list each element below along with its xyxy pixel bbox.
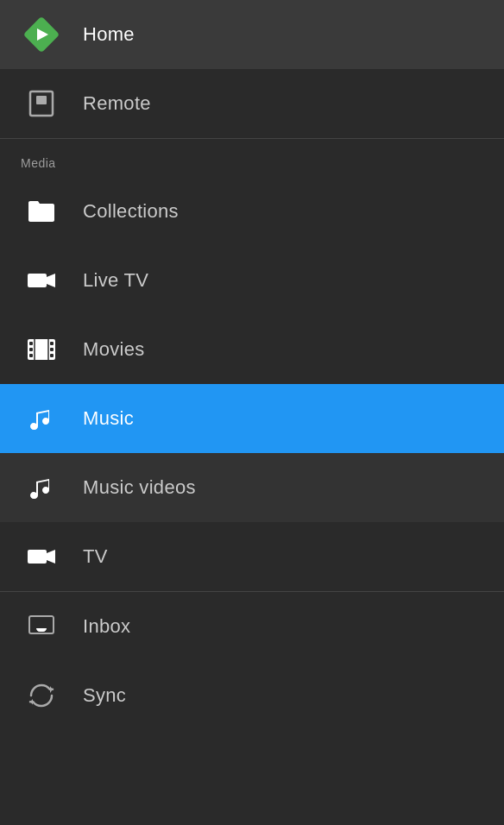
nav-item-collections-label: Collections <box>83 200 179 223</box>
svg-rect-8 <box>29 342 33 345</box>
svg-rect-9 <box>29 348 33 351</box>
music-video-icon <box>21 467 62 508</box>
svg-rect-10 <box>29 354 33 357</box>
music-icon <box>21 398 62 439</box>
nav-item-home-label: Home <box>83 23 135 46</box>
nav-item-sync-label: Sync <box>83 684 126 707</box>
svg-rect-12 <box>50 348 54 351</box>
nav-item-live-tv[interactable]: Live TV <box>0 246 504 315</box>
nav-item-inbox[interactable]: Inbox <box>0 592 504 661</box>
nav-item-music-videos-label: Music videos <box>83 476 196 499</box>
svg-rect-11 <box>50 342 54 345</box>
svg-marker-5 <box>47 274 55 287</box>
svg-marker-17 <box>47 550 55 564</box>
section-media-label: Media <box>0 139 504 177</box>
folder-icon <box>21 191 62 232</box>
home-icon <box>21 14 62 55</box>
svg-rect-13 <box>50 354 54 357</box>
sync-icon <box>21 675 62 716</box>
video-camera-icon <box>21 260 62 301</box>
svg-rect-4 <box>28 274 47 287</box>
svg-rect-3 <box>36 96 47 104</box>
nav-item-music-videos[interactable]: Music videos <box>0 453 504 522</box>
remote-icon <box>21 83 62 124</box>
svg-marker-18 <box>50 686 53 693</box>
nav-item-remote[interactable]: Remote <box>0 69 504 138</box>
inbox-icon <box>21 606 62 647</box>
nav-item-tv-label: TV <box>83 545 108 568</box>
nav-item-music[interactable]: Music <box>0 384 504 453</box>
nav-item-tv[interactable]: TV <box>0 522 504 591</box>
nav-item-music-label: Music <box>83 407 134 430</box>
nav-item-remote-label: Remote <box>83 92 151 115</box>
nav-item-home[interactable]: Home <box>0 0 504 69</box>
nav-item-movies[interactable]: Movies <box>0 315 504 384</box>
film-icon <box>21 329 62 370</box>
nav-item-movies-label: Movies <box>83 338 145 361</box>
nav-item-inbox-label: Inbox <box>83 615 130 638</box>
nav-item-live-tv-label: Live TV <box>83 269 148 292</box>
svg-marker-19 <box>30 699 33 704</box>
nav-item-sync[interactable]: Sync <box>0 661 504 730</box>
svg-rect-16 <box>28 550 47 564</box>
tv-icon <box>21 536 62 577</box>
nav-item-collections[interactable]: Collections <box>0 177 504 246</box>
